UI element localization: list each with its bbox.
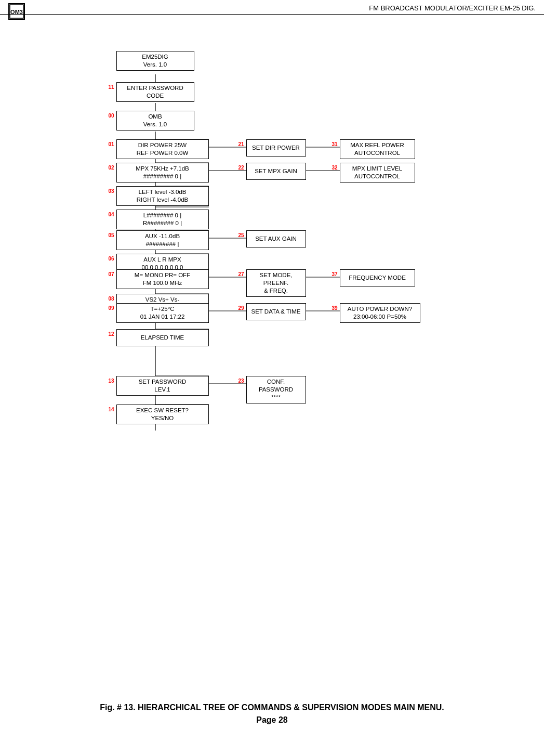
node-01: 01 DIR POWER 25W REF POWER 0.0W — [116, 139, 209, 159]
node-11-line2: CODE — [147, 93, 164, 99]
logo-box: OM3 — [8, 3, 25, 20]
node-04: 04 L######## 0 | R######## 0 | — [116, 210, 209, 229]
node-03-num: 03 — [109, 188, 114, 194]
node-13-line2: LEV.1 — [154, 386, 170, 393]
node-06-line1: AUX L R MPX — [143, 256, 181, 263]
node-29-num: 29 — [238, 305, 244, 311]
node-27-line1: SET MODE, PREENF. — [259, 272, 292, 286]
node-12-line1: ELAPSED TIME — [141, 334, 184, 341]
node-23-num: 23 — [238, 377, 244, 384]
node-03: 03 LEFT level -3.0dB RIGHT level -4.0dB — [116, 186, 209, 206]
node-31: 31 MAX REFL POWER AUTOCONTROL — [340, 139, 415, 159]
node-12: 12 ELAPSED TIME — [116, 329, 209, 346]
footer-page-label: Page 28 — [0, 715, 544, 725]
node-04-line2: R######## 0 | — [143, 220, 182, 226]
node-14: 14 EXEC SW RESET? YES/NO — [116, 405, 209, 424]
node-25-line1: SET AUX GAIN — [255, 236, 297, 242]
node-22-num: 22 — [238, 164, 244, 171]
node-29: 29 SET DATA & TIME — [246, 303, 306, 320]
logo-area: OM3 — [8, 3, 25, 20]
node-31-num: 31 — [332, 141, 338, 148]
node-root: EM25DIG Vers. 1.0 — [116, 51, 194, 71]
footer: Fig. # 13. HIERARCHICAL TREE OF COMMANDS… — [0, 703, 544, 725]
node-32-line2: AUTOCONTROL — [354, 173, 400, 179]
node-39-line2: 23:00-06:00 P=50% — [353, 314, 406, 320]
node-09: 09 T=+25°C 01 JAN 01 17:22 — [116, 303, 209, 323]
node-11-num: 11 — [109, 84, 114, 90]
node-13: 13 SET PASSWORD LEV.1 — [116, 376, 209, 396]
node-39-num: 39 — [332, 305, 338, 311]
page-title: FM BROADCAST MODULATOR/EXCITER EM-25 DIG… — [369, 4, 536, 12]
node-00: 00 OMB Vers. 1.0 — [116, 111, 194, 131]
node-25-num: 25 — [238, 232, 244, 239]
node-01-line2: REF POWER 0.0W — [137, 150, 189, 156]
node-13-num: 13 — [109, 377, 114, 384]
node-04-line1: L######## 0 | — [143, 212, 181, 218]
node-03-line1: LEFT level -3.0dB — [139, 189, 187, 195]
node-09-num: 09 — [109, 305, 114, 311]
node-37-line1: FREQUENCY MODE — [349, 275, 406, 281]
node-37-num: 37 — [332, 271, 338, 278]
node-37: 37 FREQUENCY MODE — [340, 269, 415, 286]
page-header: OM3 FM BROADCAST MODULATOR/EXCITER EM-25… — [0, 0, 544, 15]
node-04-num: 04 — [109, 211, 114, 218]
node-07-line2: FM 100.0 MHz — [143, 280, 182, 286]
node-13-line1: SET PASSWORD — [139, 379, 187, 385]
node-12-num: 12 — [109, 331, 114, 337]
node-21-line1: SET DIR POWER — [252, 145, 300, 151]
node-11: 11 ENTER PASSWORD CODE — [116, 82, 194, 102]
node-07: 07 M= MONO PR= OFF FM 100.0 MHz — [116, 269, 209, 289]
node-root-line1: EM25DIG — [142, 54, 168, 60]
node-02-line1: MPX 75KHz +7.1dB — [136, 165, 189, 172]
node-14-line2: YES/NO — [151, 415, 174, 421]
node-29-line1: SET DATA & TIME — [251, 308, 300, 315]
node-32-line1: MPX LIMIT LEVEL — [352, 165, 402, 172]
node-08-num: 08 — [109, 295, 114, 302]
node-02-num: 02 — [109, 164, 114, 171]
node-21: 21 SET DIR POWER — [246, 139, 306, 157]
node-07-num: 07 — [109, 271, 114, 278]
node-23-line1: CONF. PASSWORD — [259, 379, 293, 393]
node-31-line2: AUTOCONTROL — [354, 150, 400, 156]
node-31-line1: MAX REFL POWER — [350, 142, 404, 148]
node-14-line1: EXEC SW RESET? — [136, 407, 189, 413]
node-32-num: 32 — [332, 164, 338, 171]
node-09-line2: 01 JAN 01 17:22 — [140, 314, 185, 320]
node-22: 22 SET MPX GAIN — [246, 163, 306, 180]
node-05-num: 05 — [109, 232, 114, 239]
node-01-line1: DIR POWER 25W — [138, 142, 187, 148]
node-00-line2: Vers. 1.0 — [143, 121, 167, 127]
node-02-line2: ######### 0 | — [143, 173, 181, 179]
node-05-line1: AUX -11.0dB — [145, 233, 180, 239]
node-27: 27 SET MODE, PREENF. & FREQ. — [246, 269, 306, 297]
node-39: 39 AUTO POWER DOWN? 23:00-06:00 P=50% — [340, 303, 420, 323]
node-27-num: 27 — [238, 271, 244, 278]
node-06-num: 06 — [109, 255, 114, 262]
node-32: 32 MPX LIMIT LEVEL AUTOCONTROL — [340, 163, 415, 183]
node-25: 25 SET AUX GAIN — [246, 230, 306, 247]
node-09-line1: T=+25°C — [150, 306, 174, 312]
svg-text:OM3: OM3 — [10, 9, 23, 15]
node-07-line1: M= MONO PR= OFF — [135, 272, 190, 278]
node-27-line2: & FREQ. — [264, 288, 288, 294]
node-14-num: 14 — [109, 406, 114, 413]
diagram-area: EM25DIG Vers. 1.0 11 ENTER PASSWORD CODE… — [75, 35, 522, 462]
node-23: 23 CONF. PASSWORD **** — [246, 376, 306, 403]
node-05-line2: ######### | — [146, 241, 179, 247]
node-22-line1: SET MPX GAIN — [255, 168, 297, 174]
node-21-num: 21 — [238, 141, 244, 148]
node-02: 02 MPX 75KHz +7.1dB ######### 0 | — [116, 163, 209, 183]
node-00-line1: OMB — [148, 113, 162, 120]
node-01-num: 01 — [109, 141, 114, 148]
node-root-line2: Vers. 1.0 — [143, 61, 167, 68]
node-23-line2: **** — [271, 394, 281, 400]
node-03-line2: RIGHT level -4.0dB — [137, 197, 189, 203]
node-39-line1: AUTO POWER DOWN? — [348, 306, 412, 312]
node-11-line1: ENTER PASSWORD — [127, 85, 183, 91]
footer-fig-label: Fig. # 13. HIERARCHICAL TREE OF COMMANDS… — [0, 703, 544, 712]
node-05: 05 AUX -11.0dB ######### | — [116, 230, 209, 250]
node-08-line1: VS2 Vs+ Vs- — [145, 296, 180, 303]
node-00-num: 00 — [109, 112, 114, 119]
